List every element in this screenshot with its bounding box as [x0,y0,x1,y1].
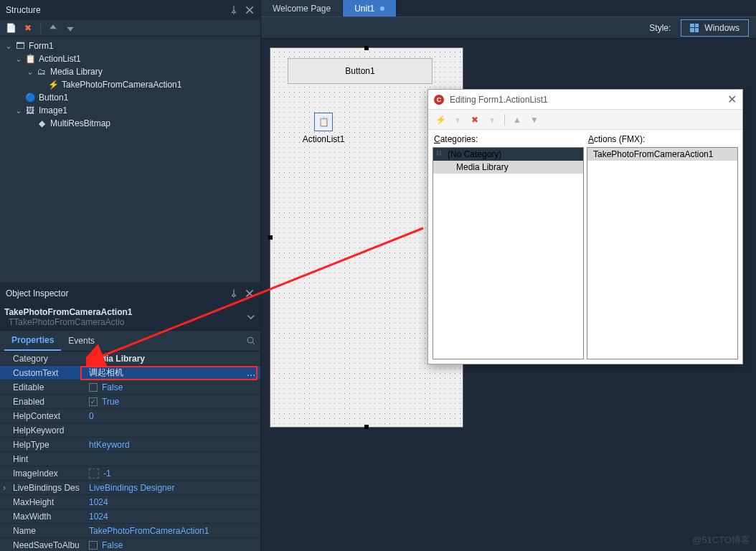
categories-column: Categories: (No Category)Media Library [433,134,584,359]
pin-icon[interactable] [229,5,239,15]
arrow-down-icon[interactable] [65,23,75,33]
expander-icon[interactable]: ⌄ [14,105,23,116]
document-tabs: Welcome Page Unit1 [261,0,756,17]
pin-icon[interactable] [229,288,239,298]
delete-action-icon[interactable]: ✖ [468,113,481,126]
app-icon: C [434,95,444,105]
structure-toolbar: 📄 ✖ [0,20,260,37]
inspector-title: Object Inspector [6,288,68,298]
windows-logo-icon [690,24,699,32]
tab-unit1[interactable]: Unit1 [343,0,397,17]
categories-list[interactable]: (No Category)Media Library [433,147,584,359]
prop-maxwidth[interactable]: MaxWidth1024 [0,509,260,524]
tab-welcome-page[interactable]: Welcome Page [261,0,343,17]
expander-icon[interactable]: ⌄ [26,67,34,77]
form-icon: 🗔 [14,41,26,51]
dropdown-icon[interactable]: ▾ [486,113,499,126]
arrow-down-icon[interactable]: ▼ [528,113,541,126]
editor-toolbar: ⚡ ▾ ✖ ▾ ▲ ▼ [428,110,742,130]
dropdown-icon[interactable]: ▾ [451,113,464,126]
category-item[interactable]: Media Library [433,161,583,174]
checkbox-icon[interactable]: ✓ [89,397,98,406]
action-item[interactable]: TakePhotoFromCameraAction1 [587,148,737,161]
tree-multiresbitmap[interactable]: ◆MultiResBitmap [0,117,260,130]
chevron-down-icon[interactable] [246,312,256,322]
checkbox-icon[interactable] [89,383,98,392]
prop-helptype[interactable]: HelpTypehtKeyword [0,438,260,452]
prop-maxheight[interactable]: MaxHeight1024 [0,495,260,509]
structure-tree[interactable]: ⌄🗔Form1⌄📋ActionList1⌄🗂Media Library⚡Take… [0,37,260,133]
new-action-icon[interactable]: ⚡ [434,113,447,126]
resize-handle[interactable] [268,235,273,240]
actionlist-icon: 📋 [314,113,333,131]
expander-icon[interactable]: ⌄ [4,41,13,51]
tree-form1[interactable]: ⌄🗔Form1 [0,39,260,52]
search-icon[interactable] [246,336,256,346]
actions-label: Actions (FMX): [587,134,738,144]
delete-icon[interactable]: ✖ [23,23,33,33]
arrow-up-icon[interactable]: ▲ [511,113,524,126]
category-icon: 🗂 [36,67,47,77]
close-icon[interactable] [245,288,255,298]
imageindex-icon [89,468,99,479]
style-toolbar: Style: Windows [261,17,756,39]
categories-label: Categories: [433,134,584,144]
inspector-object-type: TTakePhotoFromCameraActio [9,317,124,327]
prop-hint[interactable]: Hint [0,452,260,466]
actions-column: Actions (FMX): TakePhotoFromCameraAction… [587,134,738,359]
button-icon: 🔵 [24,93,36,103]
prop-imageindex[interactable]: ImageIndex-1 [0,466,260,481]
tree-media-library[interactable]: ⌄🗂Media Library [0,65,260,78]
prop-name[interactable]: NameTakePhotoFromCameraAction1 [0,524,260,538]
checkbox-icon[interactable] [89,541,98,550]
prop-category[interactable]: CategoryMedia Library [0,352,260,366]
watermark: @51CTO博客 [692,534,750,547]
editor-title: Editing Form1.ActionList1 [450,95,548,105]
tree-actionlist1[interactable]: ⌄📋ActionList1 [0,52,260,65]
inspector-object-combo[interactable]: TakePhotoFromCameraAction1 TTakePhotoFro… [0,304,260,331]
tree-button1[interactable]: 🔵Button1 [0,91,260,104]
resize-handle[interactable] [364,46,369,50]
actionlist-icon: 📋 [24,54,36,64]
prop-customtext[interactable]: CustomText调起相机... [0,366,260,380]
prop-livebindings-des[interactable]: LiveBindings DesLiveBindings Designer [0,481,260,495]
object-inspector-panel: Object Inspector TakePhotoFromCameraActi… [0,283,261,551]
ellipsis-button[interactable]: ... [247,368,256,378]
editor-titlebar[interactable]: C Editing Form1.ActionList1 ✕ [428,90,742,110]
action-icon: ⚡ [47,80,59,90]
inspector-object-name: TakePhotoFromCameraAction1 [4,307,132,317]
prop-editable[interactable]: EditableFalse [0,380,260,395]
style-windows-button[interactable]: Windows [681,19,749,37]
resize-handle[interactable] [364,425,369,429]
tree-takephoto[interactable]: ⚡TakePhotoFromCameraAction1 [0,78,260,91]
prop-helpcontext[interactable]: HelpContext0 [0,409,260,423]
structure-panel: Structure 📄 ✖ ⌄🗔Form1⌄📋ActionList1⌄🗂Medi… [0,0,261,283]
close-icon[interactable]: ✕ [727,93,737,106]
designer-button1[interactable]: Button1 [288,58,433,84]
close-icon[interactable] [245,5,255,15]
structure-title: Structure [6,5,41,15]
tab-events[interactable]: Events [61,331,102,350]
tree-image1[interactable]: ⌄🖼Image1 [0,104,260,117]
inspector-title-bar: Object Inspector [0,283,260,304]
category-item[interactable]: (No Category) [433,148,583,161]
prop-helpkeyword[interactable]: HelpKeyword [0,423,260,438]
prop-needsavetoalbu[interactable]: NeedSaveToAlbuFalse [0,538,260,551]
new-icon[interactable]: 📄 [6,23,16,33]
inspector-tabs: Properties Events [0,331,260,352]
designer-actionlist1[interactable]: 📋 ActionList1 [302,113,345,144]
multires-icon: ◆ [36,118,47,128]
actions-list[interactable]: TakePhotoFromCameraAction1 [587,147,738,359]
actionlist-editor-window: C Editing Form1.ActionList1 ✕ ⚡ ▾ ✖ ▾ ▲ … [427,89,743,364]
property-grid[interactable]: CategoryMedia LibraryCustomText调起相机...Ed… [0,352,260,551]
svg-point-0 [247,337,253,343]
modified-dot-icon [380,6,384,11]
tab-properties[interactable]: Properties [4,331,61,351]
prop-enabled[interactable]: Enabled✓True [0,395,260,409]
arrow-up-icon[interactable] [48,23,58,33]
structure-title-bar: Structure [0,0,260,20]
image-icon: 🖼 [24,105,36,116]
expander-icon[interactable]: ⌄ [14,54,23,64]
style-label: Style: [649,23,671,33]
